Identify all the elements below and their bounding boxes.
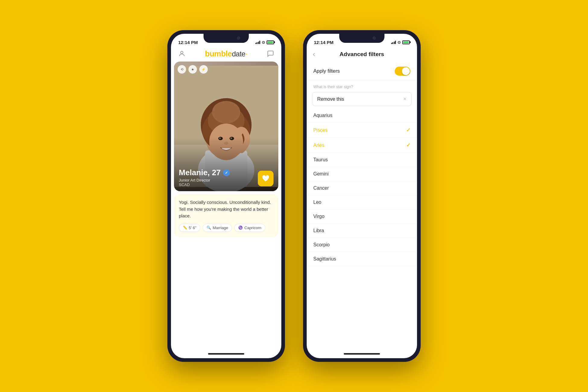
signal-icon bbox=[255, 40, 261, 44]
left-phone: 12:14 PM ⊙ bumbledate· bbox=[167, 30, 285, 362]
svg-point-0 bbox=[181, 51, 183, 54]
sign-item-virgo[interactable]: Virgo bbox=[307, 210, 417, 224]
filter-title: Advanced filters bbox=[322, 51, 402, 58]
notch bbox=[204, 34, 249, 43]
sign-item-pisces[interactable]: Pisces ✓ bbox=[307, 123, 417, 138]
notch-right bbox=[339, 34, 384, 43]
verified-badge: ✓ bbox=[223, 169, 230, 176]
sign-dropdown[interactable]: Remove this × bbox=[312, 92, 412, 106]
boost-icon[interactable]: ⚡ bbox=[199, 65, 208, 74]
photo-icons: ⟲ ★ ⚡ bbox=[178, 65, 208, 74]
sign-item-aquarius[interactable]: Aquarius bbox=[307, 109, 417, 123]
home-indicator-right bbox=[307, 349, 417, 358]
bio-section: Yogi. Socially conscious. Unconditionall… bbox=[174, 194, 278, 237]
sign-item-leo[interactable]: Leo bbox=[307, 195, 417, 210]
home-indicator bbox=[171, 349, 281, 358]
sign-item-libra[interactable]: Libra bbox=[307, 224, 417, 238]
intent-tag: 🔍 Marriage bbox=[203, 224, 232, 232]
sign-name-aries: Aries bbox=[313, 143, 324, 148]
sign-name-pisces: Pisces bbox=[313, 128, 327, 133]
battery-icon-right bbox=[402, 40, 410, 44]
apply-filters-row: Apply filters bbox=[307, 62, 417, 80]
apply-filters-label: Apply filters bbox=[313, 68, 340, 74]
heart-button[interactable] bbox=[258, 171, 273, 186]
star-sign-sublabel: What is their star sign? bbox=[307, 80, 417, 91]
sign-name-leo: Leo bbox=[313, 200, 321, 205]
dropdown-text: Remove this bbox=[317, 96, 344, 102]
messages-icon[interactable] bbox=[266, 49, 275, 58]
sign-name-taurus: Taurus bbox=[313, 157, 328, 163]
svg-point-18 bbox=[234, 128, 243, 136]
sign-name-cancer: Cancer bbox=[313, 185, 329, 191]
svg-point-11 bbox=[212, 101, 240, 124]
sign-name-aquarius: Aquarius bbox=[313, 113, 332, 118]
tags-container: 📏 5' 6" 🔍 Marriage ♑ Capricorn bbox=[179, 224, 273, 232]
sign-item-cancer[interactable]: Cancer bbox=[307, 181, 417, 195]
status-icons-right: ⊙ bbox=[391, 40, 410, 45]
sign-name-virgo: Virgo bbox=[313, 214, 324, 219]
sign-item-sagittarius[interactable]: Sagittarius bbox=[307, 252, 417, 266]
camera-right bbox=[372, 36, 376, 40]
height-tag: 📏 5' 6" bbox=[179, 224, 200, 232]
sign-name-sagittarius: Sagittarius bbox=[313, 256, 336, 262]
sign-tag: ♑ Capricorn bbox=[234, 224, 265, 232]
sign-name-gemini: Gemini bbox=[313, 171, 329, 177]
apply-filters-toggle[interactable] bbox=[395, 67, 410, 76]
bio-text: Yogi. Socially conscious. Unconditionall… bbox=[179, 199, 273, 220]
filter-screen: ‹ Advanced filters Apply filters What is… bbox=[307, 47, 417, 349]
status-icons-left: ⊙ bbox=[255, 40, 274, 45]
sign-item-scorpio[interactable]: Scorpio bbox=[307, 238, 417, 252]
dropdown-clear[interactable]: × bbox=[403, 96, 406, 102]
superswipe-icon[interactable]: ★ bbox=[188, 65, 197, 74]
profile-icon[interactable] bbox=[177, 49, 187, 58]
signal-icon-right bbox=[391, 40, 396, 44]
sign-name-scorpio: Scorpio bbox=[313, 242, 330, 248]
wifi-icon: ⊙ bbox=[262, 40, 265, 45]
profile-card[interactable]: ⟲ ★ ⚡ Melanie, 27 ✓ Junior Art Director … bbox=[174, 62, 278, 191]
filter-header: ‹ Advanced filters bbox=[307, 47, 417, 62]
intent-icon: 🔍 bbox=[207, 226, 211, 230]
sign-item-aries[interactable]: Aries ✓ bbox=[307, 138, 417, 153]
rewind-icon[interactable]: ⟲ bbox=[178, 65, 186, 74]
check-pisces: ✓ bbox=[406, 127, 410, 133]
camera bbox=[237, 36, 240, 40]
check-aries: ✓ bbox=[406, 142, 410, 148]
back-button[interactable]: ‹ bbox=[313, 49, 322, 59]
right-phone: 12:14 PM ⊙ ‹ Advanced filters Apply filt bbox=[303, 30, 421, 362]
toggle-thumb bbox=[402, 67, 410, 75]
app-logo: bumbledate· bbox=[205, 49, 248, 58]
app-nav: bumbledate· bbox=[171, 47, 281, 62]
height-icon: 📏 bbox=[183, 226, 187, 230]
home-bar-right bbox=[344, 353, 380, 355]
home-bar bbox=[208, 353, 244, 355]
sign-item-gemini[interactable]: Gemini bbox=[307, 167, 417, 181]
intent-label: Marriage bbox=[213, 226, 228, 230]
time-left: 12:14 PM bbox=[178, 40, 198, 45]
time-right: 12:14 PM bbox=[314, 40, 334, 45]
sign-icon: ♑ bbox=[238, 226, 243, 230]
wifi-icon-right: ⊙ bbox=[397, 40, 401, 45]
battery-fill bbox=[267, 41, 273, 43]
battery-fill-right bbox=[403, 41, 409, 43]
height-label: 5' 6" bbox=[189, 226, 196, 230]
battery-icon bbox=[267, 40, 274, 44]
sign-name-libra: Libra bbox=[313, 228, 324, 233]
sign-label: Capricorn bbox=[244, 226, 261, 230]
sign-item-taurus[interactable]: Taurus bbox=[307, 153, 417, 167]
sign-list: Aquarius Pisces ✓ Aries ✓ Taurus Gemini bbox=[307, 109, 417, 349]
